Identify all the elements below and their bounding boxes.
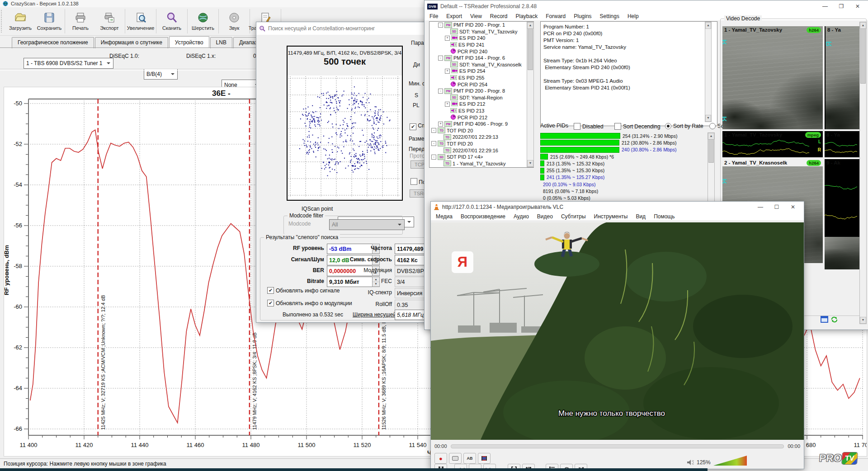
menu-item-Export[interactable]: Export	[442, 12, 466, 20]
active-pids-list[interactable]: 254 (31.24% - 2.90 Mbps)212 (30.80% - 2.…	[540, 132, 706, 202]
vlc-seek-slider[interactable]	[451, 444, 784, 448]
collapse-icon[interactable]: -	[431, 128, 436, 133]
tree-item[interactable]: SDSDT: Yamal_TV_Tazovsky	[429, 28, 533, 35]
menu-item-Вид[interactable]: Вид	[632, 212, 650, 221]
tree-item[interactable]: -PMPMT PID 200 - Progr. 8	[429, 88, 533, 94]
menu-item-Plugins[interactable]: Plugins	[570, 12, 595, 20]
pid-row[interactable]: 215 (2.69% ~ 249.48 Kbps) *6	[540, 153, 706, 160]
tree-item[interactable]: PCR PID 240	[429, 48, 533, 55]
pid-row[interactable]: 8191 (0.08% ~ 7.18 Kbps)	[540, 188, 706, 194]
menu-item-Playback[interactable]: Playback	[512, 12, 542, 20]
menu-item-View[interactable]: View	[466, 12, 486, 20]
tree-item[interactable]: ES PID 255	[429, 75, 533, 81]
tree-item[interactable]: -PMPMT PID 200 - Progr. 1	[429, 22, 533, 28]
ab-loop-button[interactable]: AB	[463, 453, 476, 464]
refresh-icon[interactable]	[830, 316, 838, 323]
scroll-down-icon[interactable]: ▼	[527, 160, 533, 167]
taskbar-edge[interactable]	[0, 468, 708, 471]
scroll-up-icon[interactable]: ▲	[860, 22, 866, 29]
menu-item-Видео[interactable]: Видео	[533, 212, 557, 221]
video-thumbnail[interactable]: 1 - Yamal_TV_Tazovsky h264 Я Я	[722, 26, 823, 129]
tree-item[interactable]: +PMPMT PID 4096 - Progr. 9	[429, 121, 533, 127]
audio-cell-partial[interactable]: 9 - Ak	[825, 159, 860, 286]
video-decode-scrollbar[interactable]: ▲ ▼	[859, 22, 867, 324]
pid-row[interactable]: 255 (1.35% ~ 125.30 Kbps)	[540, 167, 706, 174]
snapshot-button[interactable]	[449, 453, 462, 464]
tree-item[interactable]: PCR PID 254	[429, 81, 533, 88]
pid-tree[interactable]: -PMPMT PID 200 - Progr. 1SDSDT: Yamal_TV…	[429, 21, 534, 168]
tree-item[interactable]: -TDTDT PID 20	[429, 141, 533, 147]
audio-cell-partial[interactable]: 8 - Ya	[825, 131, 860, 157]
expand-icon[interactable]: +	[438, 122, 443, 127]
expand-icon[interactable]: +	[445, 69, 450, 74]
scroll-thumb[interactable]	[860, 28, 866, 84]
toolbar-button-print[interactable]: Печать	[66, 7, 95, 35]
maximize-icon[interactable]: ☐	[769, 204, 785, 210]
tree-item[interactable]: SDSDT: Yamal-Region	[429, 94, 533, 101]
toolbar-button-scan[interactable]: Сканить	[157, 7, 186, 35]
tree-item[interactable]: +ES PID 240	[429, 35, 533, 42]
collapse-icon[interactable]: -	[438, 23, 443, 28]
tree-scrollbar[interactable]: ▲ ▼	[527, 22, 534, 167]
pid-row[interactable]: 0 (0.05% ~ 5.03 Kbps)	[540, 195, 706, 202]
modcode-select[interactable]: All	[329, 219, 405, 230]
scroll-thumb[interactable]	[708, 139, 714, 163]
tuner-select[interactable]: 1 - TBS 6908 DVBS/S2 Tuner 1	[24, 58, 113, 69]
menu-item-Forward[interactable]: Forward	[542, 12, 570, 20]
disabled-checkbox[interactable]: Disabled	[574, 123, 604, 130]
tree-item[interactable]: PCR PID 212	[429, 114, 533, 121]
maximize-icon[interactable]: ❐	[833, 3, 849, 9]
menu-item-Инструменты[interactable]: Инструменты	[590, 212, 632, 221]
pid-row[interactable]: 200 (0.10% ~ 9.03 Kbps)	[540, 181, 706, 188]
menu-item-Record[interactable]: Record	[486, 12, 512, 20]
sort-descending-checkbox[interactable]: Sort Decending	[614, 123, 660, 130]
scroll-up-icon[interactable]: ▲	[527, 22, 533, 29]
scroll-up-icon[interactable]: ▲	[705, 22, 711, 29]
menu-item-Помощь[interactable]: Помощь	[650, 212, 679, 221]
menu-item-Медиа[interactable]: Медиа	[432, 212, 457, 221]
tree-item[interactable]: ES PID 213	[429, 108, 533, 114]
tree-item[interactable]: TD2022/07/01 22:29:13	[429, 134, 533, 141]
frame-by-frame-button[interactable]	[478, 453, 491, 464]
tree-item[interactable]: -TDTOT PID 20	[429, 127, 533, 134]
pid-row[interactable]: 254 (31.24% - 2.90 Mbps)	[540, 132, 706, 139]
tree-item[interactable]: TD2022/07/01 22:29:16	[429, 147, 533, 154]
toolbar-button-sound[interactable]: Звук	[220, 7, 249, 35]
tree-item[interactable]: +ES PID 212	[429, 101, 533, 108]
pip-window-icon[interactable]	[821, 316, 828, 323]
toolbar-button-zoom-page[interactable]: Увеличение	[126, 7, 155, 35]
tab-устройство[interactable]: Устройство	[169, 36, 209, 47]
update-modulation-checkbox[interactable]: ✔ Обновлять инфо о модуляции	[267, 300, 352, 306]
tab-lnb[interactable]: LNB	[210, 37, 232, 48]
info-scrollbar[interactable]: ▲ ▼	[705, 22, 712, 122]
toolbar-grip[interactable]	[1, 10, 5, 33]
minimize-icon[interactable]: —	[752, 204, 769, 210]
toolbar-button-sweep[interactable]: Шерстить	[189, 7, 217, 35]
collapse-icon[interactable]: -	[431, 141, 436, 146]
pids-scrollbar[interactable]: ▲	[708, 132, 715, 202]
pid-row[interactable]: 241 (1.35% ~ 125.27 Kbps)	[540, 174, 706, 181]
toolbar-button-folder-open[interactable]: Загрузить	[6, 7, 35, 35]
update-signal-checkbox[interactable]: ✔ Обновлять инфо сигнале	[267, 287, 340, 294]
record-button[interactable]: ●	[434, 453, 447, 464]
toolbar-button-export[interactable]: Экспорт	[95, 7, 124, 35]
scroll-up-icon[interactable]: ▲	[708, 133, 714, 140]
menu-item-Аудио[interactable]: Аудио	[509, 212, 533, 221]
pid-row[interactable]: 240 (30.80% - 2.86 Mbps)	[540, 146, 706, 153]
audio-cell[interactable]: 1 - Yamal_TV_Tazovsky mpeg L R	[722, 131, 823, 157]
close-icon[interactable]: ✕	[785, 204, 801, 210]
pid-row[interactable]: 213 (1.35% ~ 125.32 Kbps)	[540, 160, 706, 167]
tab-информация-о-спутнике[interactable]: Информация о спутнике	[95, 37, 168, 48]
menu-item-Воспроизведение[interactable]: Воспроизведение	[457, 212, 509, 221]
menu-item-Субтитры[interactable]: Субтитры	[557, 212, 590, 221]
collapse-icon[interactable]: -	[431, 155, 436, 160]
vlc-video-area[interactable]: Мне нужно только творчество Я	[431, 222, 804, 440]
menu-item-Help[interactable]: Help	[623, 12, 643, 20]
scroll-thumb[interactable]	[528, 28, 533, 70]
tab-географическое-положение[interactable]: Географическое положение	[12, 37, 94, 48]
expand-icon[interactable]: +	[445, 102, 450, 107]
scroll-down-icon[interactable]: ▼	[705, 115, 711, 122]
sort-by-rate-radio[interactable]: Sort by Rate	[665, 123, 703, 129]
scroll-down-icon[interactable]: ▼	[860, 317, 866, 324]
collapse-icon[interactable]: -	[438, 56, 443, 61]
